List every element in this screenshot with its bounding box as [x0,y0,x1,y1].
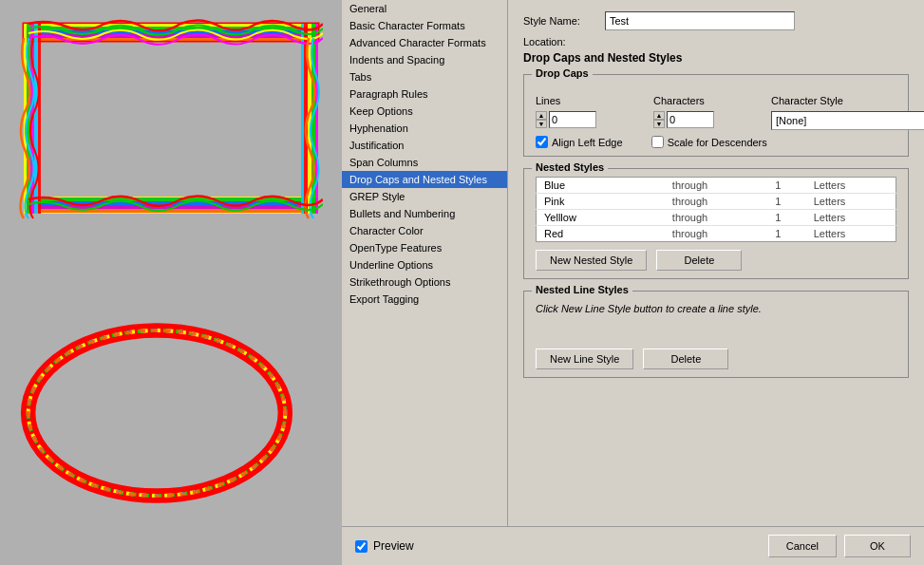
dialog-buttons: Cancel OK [768,535,911,557]
bottom-bar: Preview Cancel OK [342,526,924,565]
sidebar-item-paragraph-rules[interactable]: Paragraph Rules [342,85,507,103]
preview-top-decoration [19,14,323,223]
right-panel: Style Name: Location: Drop Caps and Nest… [508,0,924,526]
bottom-shape-svg [19,318,294,508]
char-style-select[interactable]: [None] [771,111,924,130]
drop-caps-checkboxes: Align Left Edge Scale for Descenders [536,136,896,148]
cancel-button[interactable]: Cancel [768,535,837,557]
lines-up-btn[interactable]: ▲ [536,111,547,120]
style-options-list[interactable]: General Basic Character Formats Advanced… [342,0,508,526]
nested-style-through-3: through [665,226,767,242]
nested-line-styles-section: Nested Line Styles Click New Line Style … [523,291,909,378]
nested-style-count-3: 1 [767,226,806,242]
nested-style-type-1: Letters [806,194,896,210]
preview-panel [0,0,342,565]
nested-style-name-1: Pink [537,194,665,210]
sidebar-item-grep-style[interactable]: GREP Style [342,188,507,205]
nested-style-row-0[interactable]: Blue through 1 Letters [537,178,896,194]
scale-descenders-checkbox[interactable] [651,136,664,148]
char-style-header: Character Style [771,94,924,107]
sidebar-item-span-columns[interactable]: Span Columns [342,154,507,171]
chars-up-btn[interactable]: ▲ [653,111,665,120]
nested-style-name-0: Blue [537,178,665,194]
new-nested-style-btn[interactable]: New Nested Style [536,250,647,271]
chars-down-btn[interactable]: ▼ [653,120,665,128]
drop-caps-legend: Drop Caps [532,67,593,79]
sidebar-item-underline[interactable]: Underline Options [342,256,507,273]
preview-checkbox[interactable] [355,540,368,553]
drop-caps-section: Drop Caps Lines Characters Character Sty… [523,74,909,157]
preview-bottom-decoration [19,318,294,508]
ok-button[interactable]: OK [844,535,911,557]
lines-input[interactable] [549,111,596,128]
nested-style-type-0: Letters [806,178,896,194]
sidebar-item-advanced-char[interactable]: Advanced Character Formats [342,34,507,51]
chars-input[interactable] [667,111,714,128]
nested-style-type-3: Letters [806,226,896,242]
sidebar-item-strikethrough[interactable]: Strikethrough Options [342,273,507,291]
nested-style-name-3: Red [537,226,665,242]
style-name-label: Style Name: [523,15,599,27]
chars-spinner[interactable]: ▲ ▼ [653,111,767,128]
new-line-style-btn[interactable]: New Line Style [536,348,633,369]
nested-styles-table: Blue through 1 Letters Pink through 1 Le… [536,177,896,242]
top-shape-svg [19,14,323,223]
chars-spinner-buttons[interactable]: ▲ ▼ [653,111,665,128]
sidebar-item-justification[interactable]: Justification [342,137,507,154]
nested-style-through-0: through [665,178,767,194]
line-styles-btn-row: New Line Style Delete [536,348,896,369]
preview-label[interactable]: Preview [373,539,414,553]
nested-style-through-1: through [665,194,767,210]
align-left-label[interactable]: Align Left Edge [536,136,623,148]
nested-style-row-1[interactable]: Pink through 1 Letters [537,194,896,210]
section-title: Drop Caps and Nested Styles [523,51,909,65]
delete-nested-style-btn[interactable]: Delete [656,250,742,271]
nested-line-styles-legend: Nested Line Styles [532,284,632,295]
location-label: Location: [523,36,599,47]
dialog-panel: General Basic Character Formats Advanced… [342,0,924,565]
preview-checkbox-group: Preview [355,539,414,553]
sidebar-item-keep-options[interactable]: Keep Options [342,103,507,120]
drop-caps-grid: Lines Characters Character Style ▲ [536,94,896,130]
nested-style-count-1: 1 [767,194,806,210]
lines-spinner-buttons[interactable]: ▲ ▼ [536,111,547,128]
nested-style-row-2[interactable]: Yelllow through 1 Letters [537,210,896,226]
nested-styles-btn-row: New Nested Style Delete [536,250,896,271]
style-name-row: Style Name: [523,11,909,30]
scale-descenders-label[interactable]: Scale for Descenders [651,136,767,148]
sidebar-item-tabs[interactable]: Tabs [342,68,507,85]
nested-styles-section: Nested Styles Blue through 1 Letters Pin… [523,168,909,279]
char-style-select-wrap[interactable]: [None] [771,111,924,130]
sidebar-item-hyphenation[interactable]: Hyphenation [342,120,507,137]
sidebar-item-opentype[interactable]: OpenType Features [342,239,507,256]
sidebar-item-drop-caps[interactable]: Drop Caps and Nested Styles [342,171,507,188]
location-row: Location: [523,36,909,47]
nested-style-type-2: Letters [806,210,896,226]
sidebar-item-indents-spacing[interactable]: Indents and Spacing [342,51,507,68]
line-styles-info: Click New Line Style button to create a … [536,299,896,347]
nested-style-row-3[interactable]: Red through 1 Letters [537,226,896,242]
delete-line-style-btn[interactable]: Delete [643,348,728,369]
sidebar-item-bullets[interactable]: Bullets and Numbering [342,205,507,222]
lines-spinner[interactable]: ▲ ▼ [536,111,650,128]
sidebar-item-export-tagging[interactable]: Export Tagging [342,291,507,308]
nested-style-through-2: through [665,210,767,226]
chars-header: Characters [653,94,767,107]
style-name-input[interactable] [605,11,795,30]
align-left-checkbox[interactable] [536,136,548,148]
lines-header: Lines [536,94,650,107]
sidebar-item-basic-char[interactable]: Basic Character Formats [342,17,507,34]
nested-style-count-0: 1 [767,178,806,194]
lines-down-btn[interactable]: ▼ [536,120,547,128]
sidebar-item-general[interactable]: General [342,0,507,17]
nested-style-count-2: 1 [767,210,806,226]
sidebar-item-char-color[interactable]: Character Color [342,222,507,239]
nested-style-name-2: Yelllow [537,210,665,226]
nested-styles-legend: Nested Styles [532,161,608,173]
